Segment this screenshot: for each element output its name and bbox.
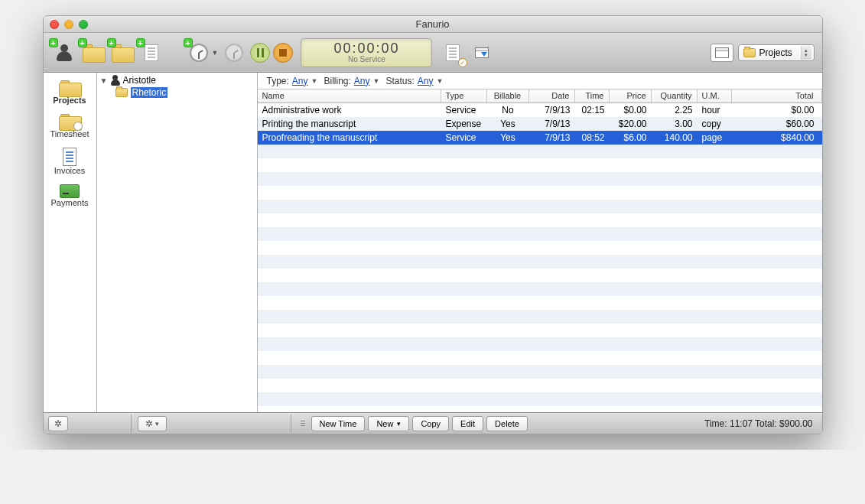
person-icon (111, 75, 120, 86)
sidebar-item-timesheet[interactable]: Timesheet (44, 111, 96, 145)
document-icon (63, 148, 76, 166)
plus-icon: + (107, 38, 116, 47)
table-row-empty (258, 213, 822, 227)
table-row-empty (258, 324, 822, 337)
new-item-button[interactable]: + (138, 40, 164, 66)
updown-icon: ▴▾ (801, 46, 811, 60)
toolbar: + + + + + ▼ 00:00:00 No Service (44, 33, 822, 73)
plus-icon: + (136, 38, 145, 47)
pause-button[interactable] (250, 43, 270, 63)
footer-bar: ✲ ✲ New Time New Copy Edit Delete Time: … (44, 412, 822, 434)
filter-billing-label: Billing: (324, 76, 350, 86)
dropdown-caret-icon[interactable]: ▼ (212, 49, 219, 57)
view-selector-label: Projects (759, 47, 792, 58)
sidebar-item-invoices[interactable]: Invoices (44, 145, 96, 181)
footer-summary: Time: 11:07 Total: $900.00 (704, 418, 817, 429)
view-toggle-button[interactable] (711, 44, 733, 62)
plus-icon: + (78, 38, 87, 47)
splitter-grip[interactable] (301, 421, 305, 426)
table-row-empty (258, 296, 822, 310)
table-row-empty (258, 241, 822, 255)
col-quantity[interactable]: Quantity (652, 89, 698, 102)
folder-clock-icon (59, 114, 80, 129)
caret-icon[interactable]: ▼ (311, 77, 318, 85)
window-icon (715, 47, 729, 58)
caret-icon[interactable]: ▼ (436, 77, 443, 85)
col-total[interactable]: Total (732, 89, 822, 102)
sidebar-item-projects[interactable]: Projects (44, 77, 96, 111)
tree-project-label: Rhetoric (131, 87, 168, 98)
table-row-empty (258, 227, 822, 241)
items-table-body[interactable]: Administrative workServiceNo7/9/1302:15$… (258, 103, 822, 412)
review-button[interactable]: ✓ (440, 40, 466, 66)
main-panel: Type: Any ▼ Billing: Any ▼ Status: Any ▼… (258, 73, 822, 412)
delete-button[interactable]: Delete (486, 416, 528, 431)
titlebar[interactable]: Fanurio (44, 16, 822, 33)
col-time[interactable]: Time (575, 89, 610, 102)
folder-icon (115, 88, 128, 97)
window-download-icon (475, 47, 489, 58)
window-title: Fanurio (415, 18, 449, 30)
filter-billing-value[interactable]: Any (354, 76, 370, 86)
settings-gear-button[interactable]: ✲ (48, 416, 68, 431)
timer-label: No Service (348, 55, 385, 63)
table-row-empty (258, 365, 822, 379)
table-row-empty (258, 172, 822, 186)
app-window: Fanurio + + + + + ▼ (43, 15, 823, 434)
idle-timer-button[interactable] (221, 40, 247, 66)
caret-icon[interactable]: ▼ (373, 77, 380, 85)
edit-button[interactable]: Edit (452, 416, 483, 431)
sidebar-item-label: Invoices (54, 166, 85, 175)
filter-type-value[interactable]: Any (292, 76, 308, 86)
project-tree[interactable]: ▼ Aristotle Rhetoric (97, 73, 258, 412)
stop-button[interactable] (273, 43, 293, 63)
new-project-button[interactable]: + (80, 40, 106, 66)
table-row[interactable]: Printing the manuscriptExpenseYes7/9/13$… (258, 117, 822, 131)
view-selector-combo[interactable]: Projects ▴▾ (738, 44, 815, 61)
items-table-header[interactable]: Name Type Billable Date Time Price Quant… (258, 89, 822, 103)
table-row-empty (258, 255, 822, 268)
mini-timer-button[interactable] (469, 40, 495, 66)
col-um[interactable]: U.M. (698, 89, 732, 102)
sidebar-item-payments[interactable]: Payments (44, 181, 96, 213)
clock-grey-icon (225, 44, 243, 62)
folder-icon (59, 80, 80, 96)
table-row-empty (258, 351, 822, 365)
table-row-empty (258, 145, 822, 158)
start-timer-button[interactable]: + (186, 40, 212, 66)
new-task-button[interactable]: + (109, 40, 135, 66)
disclosure-triangle-icon[interactable]: ▼ (100, 76, 108, 85)
minimize-button[interactable] (64, 20, 73, 29)
tree-project-row[interactable]: Rhetoric (97, 86, 257, 99)
close-button[interactable] (50, 20, 59, 29)
tree-client-row[interactable]: ▼ Aristotle (97, 74, 257, 86)
table-row-empty (258, 200, 822, 213)
page-icon (446, 44, 460, 61)
new-time-button[interactable]: New Time (311, 416, 366, 431)
table-row[interactable]: Administrative workServiceNo7/9/1302:15$… (258, 103, 822, 117)
plus-icon: + (49, 38, 58, 47)
col-price[interactable]: Price (610, 89, 652, 102)
page-icon (145, 44, 158, 61)
table-row-empty (258, 310, 822, 324)
col-type[interactable]: Type (441, 89, 487, 102)
table-row-empty (258, 337, 822, 351)
table-row-empty (258, 186, 822, 200)
timer-value: 00:00:00 (333, 41, 399, 55)
zoom-button[interactable] (79, 20, 88, 29)
actions-gear-menu[interactable]: ✲ (138, 416, 167, 431)
col-billable[interactable]: Billable (487, 89, 529, 102)
check-icon: ✓ (458, 58, 467, 67)
col-date[interactable]: Date (529, 89, 575, 102)
table-row-empty (258, 392, 822, 406)
table-row-empty (258, 158, 822, 172)
new-menu-button[interactable]: New (368, 416, 409, 431)
col-name[interactable]: Name (258, 89, 441, 102)
table-row-empty (258, 379, 822, 392)
table-row-empty (258, 282, 822, 296)
copy-button[interactable]: Copy (412, 416, 449, 431)
new-client-button[interactable]: + (51, 40, 77, 66)
filter-status-value[interactable]: Any (418, 76, 434, 86)
filter-bar: Type: Any ▼ Billing: Any ▼ Status: Any ▼ (258, 73, 822, 89)
table-row[interactable]: Proofreading the manuscriptServiceYes7/9… (258, 131, 822, 145)
